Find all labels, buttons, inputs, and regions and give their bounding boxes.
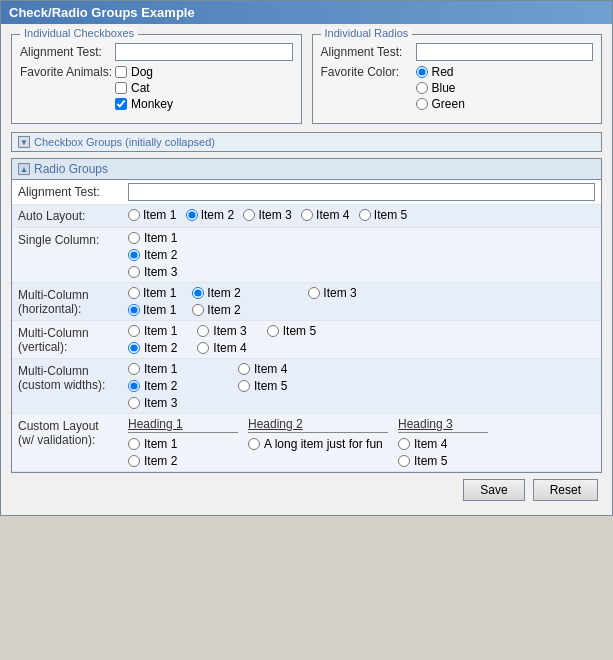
mv-c3-item5-label: Item 5: [283, 324, 316, 338]
mcw-c1-item3[interactable]: Item 3: [128, 396, 228, 410]
mv-c2-item4[interactable]: Item 4: [197, 341, 246, 355]
checkbox-alignment-input[interactable]: [115, 43, 293, 61]
cl3-radio-4[interactable]: [398, 438, 410, 450]
mh-r2-item1[interactable]: Item 1: [128, 303, 176, 317]
mv3-radio-5[interactable]: [267, 325, 279, 337]
green-radio[interactable]: [416, 98, 428, 110]
main-window: Check/Radio Groups Example Individual Ch…: [0, 0, 613, 516]
save-button[interactable]: Save: [463, 479, 524, 501]
monkey-label: Monkey: [131, 97, 173, 111]
custom-layout-label-cell: Custom Layout (w/ validation):: [12, 414, 122, 472]
auto-radio-1[interactable]: [128, 209, 140, 221]
mh-r2-item1-label: Item 1: [143, 303, 176, 317]
cl-c3-item5[interactable]: Item 5: [398, 454, 488, 468]
custom-layout-cols: Heading 1 Item 1 Item 2: [128, 417, 595, 468]
mcw1-radio-2[interactable]: [128, 380, 140, 392]
auto-item5[interactable]: Item 5: [359, 208, 407, 222]
multi-v-items-cell: Item 1 Item 2 Item 3: [122, 321, 601, 359]
radio-alignment-input[interactable]: [416, 43, 594, 61]
dog-label: Dog: [131, 65, 153, 79]
auto-item3-label: Item 3: [258, 208, 291, 222]
footer-buttons: Save Reset: [11, 473, 602, 505]
mh-r1-item3[interactable]: Item 3: [308, 286, 356, 300]
mv-c1-item1-label: Item 1: [144, 324, 177, 338]
cl-c2-longitem[interactable]: A long item just for fun: [248, 437, 388, 451]
mh2-radio-1[interactable]: [128, 304, 140, 316]
mh1-radio-2[interactable]: [192, 287, 204, 299]
monkey-checkbox-item[interactable]: Monkey: [115, 97, 173, 111]
mh1-radio-3[interactable]: [308, 287, 320, 299]
mv-c2-item3-label: Item 3: [213, 324, 246, 338]
single-radio-2[interactable]: [128, 249, 140, 261]
mcw2-radio-4[interactable]: [238, 363, 250, 375]
single-item2[interactable]: Item 2: [128, 248, 595, 262]
mcw1-radio-1[interactable]: [128, 363, 140, 375]
mh-r2-item2-label: Item 2: [207, 303, 240, 317]
multi-cw-items-cell: Item 1 Item 2 Item 3: [122, 359, 601, 414]
monkey-checkbox[interactable]: [115, 98, 127, 110]
mcw-c1-item1[interactable]: Item 1: [128, 362, 228, 376]
multi-cw-cols: Item 1 Item 2 Item 3: [128, 362, 595, 410]
auto-radio-2[interactable]: [186, 209, 198, 221]
cl-c3-item4[interactable]: Item 4: [398, 437, 488, 451]
mcw2-radio-5[interactable]: [238, 380, 250, 392]
cl2-radio-1[interactable]: [248, 438, 260, 450]
checkbox-alignment-label: Alignment Test:: [20, 45, 115, 59]
mh-r2-item2[interactable]: Item 2: [192, 303, 240, 317]
cat-checkbox[interactable]: [115, 82, 127, 94]
mh-r1-item1-label: Item 1: [143, 286, 176, 300]
mv-c1-item1[interactable]: Item 1: [128, 324, 177, 338]
radio-groups-header[interactable]: ▲ Radio Groups: [12, 159, 601, 180]
auto-item1[interactable]: Item 1: [128, 208, 176, 222]
reset-button[interactable]: Reset: [533, 479, 598, 501]
cl3-radio-5[interactable]: [398, 455, 410, 467]
mv-c1-item2[interactable]: Item 2: [128, 341, 177, 355]
dog-checkbox[interactable]: [115, 66, 127, 78]
cl-c1-item1[interactable]: Item 1: [128, 437, 238, 451]
mv-c2-item3[interactable]: Item 3: [197, 324, 246, 338]
mv2-radio-3[interactable]: [197, 325, 209, 337]
cat-checkbox-item[interactable]: Cat: [115, 81, 173, 95]
mh1-radio-1[interactable]: [128, 287, 140, 299]
cl-col3: Heading 3 Item 4 Item 5: [388, 417, 488, 468]
mcw-c2-item5-label: Item 5: [254, 379, 287, 393]
mcw-c1-item2[interactable]: Item 2: [128, 379, 228, 393]
single-radio-3[interactable]: [128, 266, 140, 278]
blue-radio-item[interactable]: Blue: [416, 81, 465, 95]
checkbox-groups-header[interactable]: ▼ Checkbox Groups (initially collapsed): [12, 133, 601, 151]
radio-alignment-input[interactable]: [128, 183, 595, 201]
mh2-radio-2[interactable]: [192, 304, 204, 316]
auto-item4[interactable]: Item 4: [301, 208, 349, 222]
auto-radio-4[interactable]: [301, 209, 313, 221]
auto-item3[interactable]: Item 3: [243, 208, 291, 222]
green-radio-item[interactable]: Green: [416, 97, 465, 111]
cl-c1-item2[interactable]: Item 2: [128, 454, 238, 468]
animals-row: Favorite Animals: Dog Cat Monkey: [20, 65, 293, 111]
blue-radio[interactable]: [416, 82, 428, 94]
auto-radio-5[interactable]: [359, 209, 371, 221]
mh-r1-item1[interactable]: Item 1: [128, 286, 176, 300]
single-radio-1[interactable]: [128, 232, 140, 244]
mv1-radio-1[interactable]: [128, 325, 140, 337]
mcw1-radio-3[interactable]: [128, 397, 140, 409]
dog-checkbox-item[interactable]: Dog: [115, 65, 173, 79]
auto-item4-label: Item 4: [316, 208, 349, 222]
auto-radio-3[interactable]: [243, 209, 255, 221]
mcw-c2-item4[interactable]: Item 4: [238, 362, 287, 376]
auto-item2[interactable]: Item 2: [186, 208, 234, 222]
mcw-c2-item5[interactable]: Item 5: [238, 379, 287, 393]
red-radio[interactable]: [416, 66, 428, 78]
cl-heading2: Heading 2: [248, 417, 388, 433]
mh-r1-item2[interactable]: Item 2: [192, 286, 292, 300]
mv-c3-item5[interactable]: Item 5: [267, 324, 316, 338]
colors-label: Favorite Color:: [321, 65, 416, 79]
auto-layout-row: Auto Layout: Item 1 Item 2: [12, 205, 601, 228]
cl1-radio-1[interactable]: [128, 438, 140, 450]
cl1-radio-2[interactable]: [128, 455, 140, 467]
red-radio-item[interactable]: Red: [416, 65, 465, 79]
mv2-radio-4[interactable]: [197, 342, 209, 354]
single-item1[interactable]: Item 1: [128, 231, 595, 245]
single-item3[interactable]: Item 3: [128, 265, 595, 279]
mv1-radio-2[interactable]: [128, 342, 140, 354]
cat-label: Cat: [131, 81, 150, 95]
